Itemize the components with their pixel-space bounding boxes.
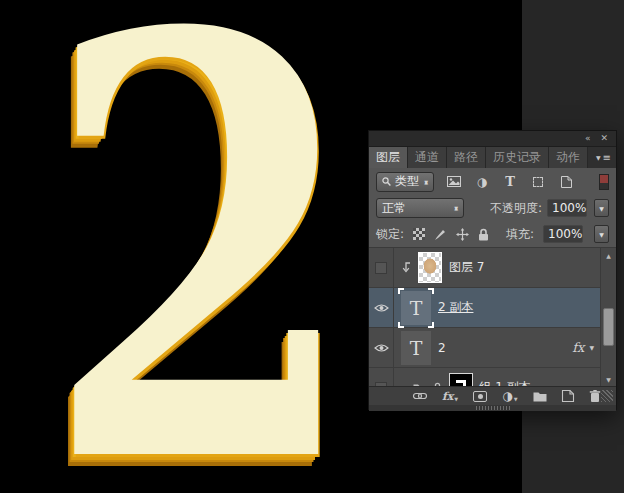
blend-mode-bar: 正常 ▲▼ 不透明度: 100% ▼	[369, 195, 616, 221]
chevron-down-icon: ▼	[599, 205, 604, 212]
filter-kind-value: 类型	[395, 173, 419, 190]
lock-position-icon[interactable]	[456, 228, 469, 241]
canvas-number-text: 2	[44, 0, 359, 493]
layer-row-group-copy[interactable]: ▸ 组 1 副本	[369, 368, 616, 386]
new-layer-button[interactable]	[562, 390, 574, 402]
layer-row-2-copy[interactable]: T 2 副本	[369, 288, 616, 328]
type-layer-filter-icon[interactable]: T	[502, 174, 518, 190]
filter-type-icons: ◑ T	[446, 174, 574, 190]
layer-name[interactable]: 2	[438, 341, 446, 355]
fill-value-field[interactable]: 100%	[543, 225, 583, 243]
panel-bottom-edge	[369, 405, 616, 411]
pixel-layer-filter-icon[interactable]	[446, 174, 462, 190]
chevron-down-icon: ▼	[589, 344, 594, 351]
layer-thumbnail[interactable]	[418, 252, 442, 283]
tab-paths[interactable]: 路径	[447, 147, 486, 168]
lock-label: 锁定:	[376, 226, 404, 243]
tab-history[interactable]: 历史记录	[486, 147, 549, 168]
layer-name[interactable]: 2 副本	[438, 299, 473, 316]
visibility-toggle[interactable]	[369, 328, 394, 367]
add-layer-style-button[interactable]: fx▼	[442, 391, 458, 402]
lock-all-icon[interactable]	[478, 228, 489, 241]
smart-object-filter-icon[interactable]	[558, 174, 574, 190]
eye-hidden-icon	[375, 262, 387, 274]
layer-row-tulceng7[interactable]: 图层 7	[369, 248, 616, 288]
text-layer-thumbnail[interactable]: T	[401, 291, 431, 325]
tab-channels[interactable]: 通道	[408, 147, 447, 168]
panel-drag-grip-icon[interactable]	[476, 406, 510, 410]
collapse-icon[interactable]: «	[585, 134, 591, 143]
filter-toggle-switch[interactable]	[599, 174, 609, 190]
new-group-button[interactable]	[533, 391, 547, 402]
lock-bar: 锁定: 填充: 100% ▼	[369, 221, 616, 247]
panel-menu-icon[interactable]: ▼ ≡	[590, 147, 616, 168]
new-adjustment-layer-button[interactable]: ◑▼	[502, 390, 517, 402]
layer-list-scrollbar[interactable]: ▲ ▼	[600, 248, 616, 386]
scrollbar-thumb[interactable]	[603, 308, 614, 346]
panel-bottom-toolbar: fx▼ ◑▼	[369, 386, 616, 405]
panel-tab-bar: 图层 通道 路径 历史记录 动作 ▼ ≡	[369, 147, 616, 168]
fill-label: 填充:	[506, 226, 534, 243]
visibility-toggle[interactable]	[369, 288, 394, 327]
text-layer-thumbnail[interactable]: T	[401, 331, 431, 365]
layer-name[interactable]: 图层 7	[449, 259, 484, 276]
scroll-up-icon[interactable]: ▲	[601, 249, 616, 261]
blend-mode-select[interactable]: 正常 ▲▼	[376, 198, 464, 218]
link-layers-button[interactable]	[413, 392, 427, 400]
layer-name[interactable]: 组 1 副本	[480, 379, 531, 386]
lock-transparency-icon[interactable]	[413, 228, 425, 240]
tab-layers[interactable]: 图层	[369, 147, 408, 168]
filter-kind-select[interactable]: 类型 ▲▼	[376, 172, 434, 192]
add-layer-mask-button[interactable]	[473, 391, 487, 402]
eye-icon	[374, 343, 389, 353]
opacity-dropdown-button[interactable]: ▼	[594, 199, 609, 217]
panel-resize-grip-icon[interactable]	[601, 390, 613, 402]
opacity-value-field[interactable]: 100%	[547, 199, 587, 217]
layer-thumbnail[interactable]	[449, 373, 473, 387]
layer-filter-bar: 类型 ▲▼ ◑ T	[369, 168, 616, 195]
blend-mode-value: 正常	[382, 200, 406, 217]
chevron-down-icon: ▼	[599, 231, 604, 238]
lock-pixels-brush-icon[interactable]	[434, 228, 447, 241]
fill-dropdown-button[interactable]: ▼	[594, 225, 609, 243]
shape-layer-filter-icon[interactable]	[530, 174, 546, 190]
scroll-down-icon[interactable]: ▼	[601, 373, 616, 385]
layers-panel: « ✕ 图层 通道 路径 历史记录 动作 ▼ ≡ 类型 ▲▼	[368, 130, 617, 410]
panel-drag-strip[interactable]: « ✕	[369, 131, 616, 147]
close-icon[interactable]: ✕	[600, 134, 608, 143]
tab-actions[interactable]: 动作	[549, 147, 588, 168]
adjustment-layer-filter-icon[interactable]: ◑	[474, 174, 490, 190]
clipping-mask-arrow-icon	[401, 262, 411, 274]
delete-layer-button[interactable]	[589, 390, 601, 402]
search-icon	[382, 177, 391, 186]
visibility-toggle[interactable]	[369, 248, 394, 287]
layer-row-2[interactable]: T 2 fx ▼	[369, 328, 616, 368]
layer-list: 图层 7 T 2 副本	[369, 247, 616, 386]
opacity-label: 不透明度:	[490, 200, 542, 217]
visibility-toggle[interactable]	[369, 368, 394, 386]
eye-icon	[374, 303, 389, 313]
